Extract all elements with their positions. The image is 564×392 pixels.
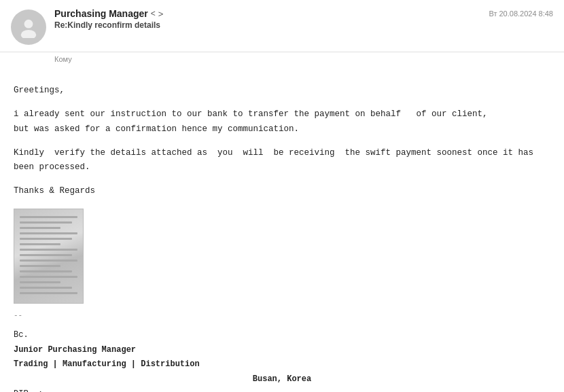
img-line <box>20 270 72 272</box>
svg-point-1 <box>21 30 36 38</box>
sender-angle: < <box>151 9 156 18</box>
avatar <box>11 10 46 45</box>
img-line <box>20 243 60 245</box>
sig-location: Busan, Korea <box>14 372 550 387</box>
para1: i already sent our instruction to our ba… <box>14 107 550 137</box>
para2: Kindly verify the details attached as yo… <box>14 146 550 175</box>
img-line <box>20 216 77 218</box>
sig-dir: DIR. : <box>14 387 550 392</box>
img-line <box>20 221 72 224</box>
greeting: Greetings, <box>14 84 550 98</box>
img-line <box>20 292 77 294</box>
sig-company: Trading | Manufacturing | Distribution <box>14 357 550 372</box>
svg-point-0 <box>24 20 33 29</box>
img-line <box>20 265 60 267</box>
img-line <box>20 281 60 283</box>
img-line <box>20 287 72 289</box>
attachment-preview <box>14 209 83 303</box>
img-line <box>20 260 77 262</box>
img-line <box>20 254 72 256</box>
chevron-right-icon[interactable]: > <box>158 9 164 19</box>
img-line <box>20 232 77 234</box>
img-line <box>20 238 72 240</box>
person-icon <box>18 16 39 38</box>
img-line <box>20 227 60 229</box>
header-meta: Purchasing Manager < > Вт 20.08.2024 8:4… <box>54 8 553 19</box>
img-line <box>20 249 77 251</box>
email-container: Purchasing Manager < > Вт 20.08.2024 8:4… <box>0 0 564 392</box>
sig-title: Junior Purchasing Manager <box>14 343 550 358</box>
email-date: Вт 20.08.2024 8:48 <box>489 10 553 18</box>
attachment-lines <box>20 216 77 298</box>
header-info: Purchasing Manager < > Вт 20.08.2024 8:4… <box>54 8 553 30</box>
to-label: Кому <box>54 55 72 63</box>
img-line <box>20 276 77 278</box>
thanks: Thanks & Regards <box>14 184 550 198</box>
sender-line: Purchasing Manager < > <box>54 8 163 19</box>
email-body: Greetings, i already sent our instructio… <box>0 67 564 392</box>
separator: -- <box>14 309 550 322</box>
sig-bc: Bc. <box>14 328 550 343</box>
to-line: Кому <box>0 52 564 67</box>
email-header: Purchasing Manager < > Вт 20.08.2024 8:4… <box>0 0 564 52</box>
email-subject: Re:Kindly reconfirm details <box>54 20 553 30</box>
sender-name: Purchasing Manager <box>54 8 148 19</box>
signature-block: Bc. Junior Purchasing Manager Trading | … <box>14 328 550 392</box>
attachment-image[interactable] <box>14 209 84 304</box>
